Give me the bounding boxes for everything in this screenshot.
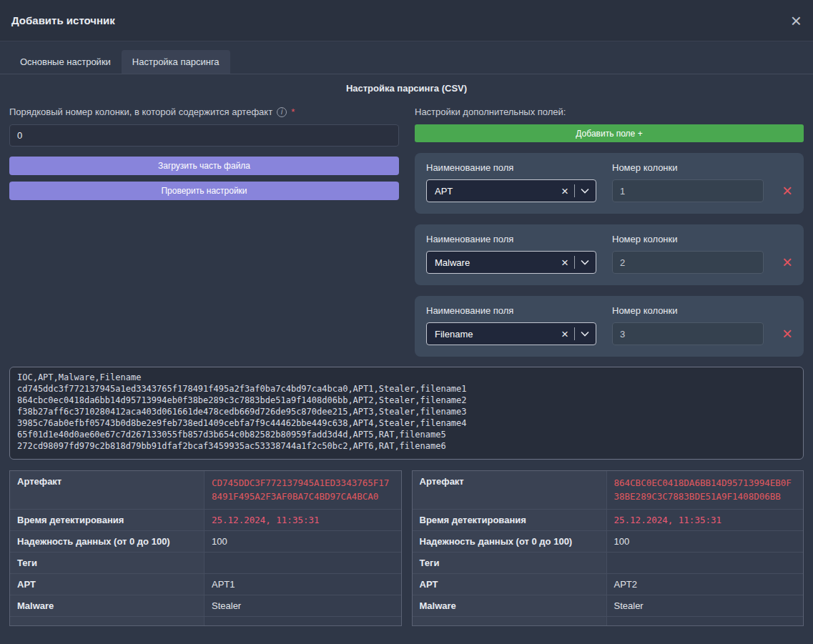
artifact-value: 864CBC0EC0418DA6BB14D95713994EB0F38BE289… <box>607 471 804 509</box>
table-row: Теги <box>10 553 401 574</box>
column-number-input[interactable] <box>612 251 764 274</box>
row-label: Надежность данных (от 0 до 100) <box>10 531 205 552</box>
field-name-value: APT <box>435 186 556 197</box>
remove-field-icon[interactable]: × <box>782 179 792 202</box>
field-card: Наименование поля Filename × Номер колон… <box>415 296 804 357</box>
tab-bar: Основные настройки Настройка парсинга <box>0 41 813 74</box>
row-label: Malware <box>10 595 205 616</box>
field-name-group: Наименование поля APT × <box>426 162 596 202</box>
malware-value: Stealer <box>607 595 804 616</box>
additional-fields-label: Настройки дополнительных полей: <box>415 106 804 117</box>
csv-preview[interactable]: IOC,APT,Malware,Filename cd745ddc3f77213… <box>9 367 804 460</box>
field-name-group: Наименование поля Filename × <box>426 305 596 345</box>
row-label: APT <box>10 574 205 595</box>
table-row: Теги <box>413 553 804 574</box>
select-divider <box>574 256 575 269</box>
add-source-modal: Добавить источник × Основные настройки Н… <box>0 0 813 644</box>
modal-header: Добавить источник × <box>0 0 813 41</box>
remove-field-icon[interactable]: × <box>782 251 792 274</box>
table-row: Malware Stealer <box>10 595 401 617</box>
tags-value <box>607 553 804 573</box>
additional-fields-section: Настройки дополнительных полей: Добавить… <box>415 102 804 357</box>
table-row: Время детектирования 25.12.2024, 11:35:3… <box>413 510 804 531</box>
clear-icon[interactable]: × <box>561 328 568 340</box>
chevron-down-icon[interactable] <box>581 259 589 265</box>
row-label: Время детектирования <box>10 510 205 530</box>
row-value <box>205 617 401 625</box>
field-name-label: Наименование поля <box>426 305 596 316</box>
field-column-label: Номер колонки <box>612 305 764 316</box>
row-label: Артефакт <box>10 471 205 509</box>
settings-content: Порядковый номер колонки, в которой соде… <box>0 95 813 357</box>
row-label: Malware <box>413 595 607 616</box>
field-column-group: Номер колонки <box>612 305 764 345</box>
table-row: Надежность данных (от 0 до 100) 100 <box>413 531 804 553</box>
row-label: APT <box>413 574 607 595</box>
column-number-input[interactable] <box>612 179 764 202</box>
load-file-part-button[interactable]: Загрузить часть файла <box>9 157 399 175</box>
clear-icon[interactable]: × <box>561 257 568 269</box>
modal-title: Добавить источник <box>11 14 115 26</box>
field-card: Наименование поля Malware × Номер колонк… <box>415 224 804 285</box>
chevron-down-icon[interactable] <box>581 331 589 337</box>
malware-value: Stealer <box>205 595 401 616</box>
required-asterisk: * <box>291 106 295 117</box>
column-number-input[interactable] <box>612 322 764 345</box>
section-title: Настройка парсинга (CSV) <box>0 74 813 95</box>
artifact-column-label-row: Порядковый номер колонки, в которой соде… <box>9 106 399 117</box>
field-column-label: Номер колонки <box>612 234 764 244</box>
row-label: Теги <box>10 553 205 573</box>
detect-time-value: 25.12.2024, 11:35:31 <box>205 510 401 530</box>
row-value <box>607 617 804 625</box>
artifact-column-label: Порядковый номер колонки, в которой соде… <box>9 106 272 117</box>
tab-basic-settings[interactable]: Основные настройки <box>9 50 122 74</box>
table-row: APT APT2 <box>413 574 804 595</box>
row-label <box>413 617 607 625</box>
apt-value: APT2 <box>607 574 804 595</box>
table-row: Артефакт CD745DDC3F772137945A1ED3343765F… <box>10 471 401 510</box>
field-name-group: Наименование поля Malware × <box>426 234 596 274</box>
table-row: Артефакт 864CBC0EC0418DA6BB14D95713994EB… <box>413 471 804 510</box>
reliability-value: 100 <box>607 531 804 552</box>
info-icon[interactable]: i <box>277 107 287 117</box>
row-label: Теги <box>413 553 607 573</box>
field-name-value: Malware <box>435 257 556 268</box>
field-name-label: Наименование поля <box>426 234 596 244</box>
select-divider <box>574 327 575 340</box>
result-table: Артефакт 864CBC0EC0418DA6BB14D95713994EB… <box>412 470 804 626</box>
field-name-value: Filename <box>435 329 556 340</box>
row-label <box>10 617 205 625</box>
result-table: Артефакт CD745DDC3F772137945A1ED3343765F… <box>9 470 402 626</box>
add-field-button[interactable]: Добавить поле + <box>415 124 804 142</box>
artifact-column-section: Порядковый номер колонки, в которой соде… <box>9 102 399 200</box>
detect-time-value: 25.12.2024, 11:35:31 <box>607 510 804 530</box>
check-settings-button[interactable]: Проверить настройки <box>9 182 399 200</box>
field-name-select[interactable]: APT × <box>426 179 596 202</box>
field-name-select[interactable]: Filename × <box>426 322 596 345</box>
table-row: Время детектирования 25.12.2024, 11:35:3… <box>10 510 401 531</box>
field-card: Наименование поля APT × Номер колонки × <box>415 153 804 214</box>
remove-field-icon[interactable]: × <box>782 322 792 345</box>
reliability-value: 100 <box>205 531 401 552</box>
chevron-down-icon[interactable] <box>581 188 589 194</box>
tab-parsing-settings[interactable]: Настройка парсинга <box>122 50 230 74</box>
table-row: Malware Stealer <box>413 595 804 617</box>
row-label: Надежность данных (от 0 до 100) <box>413 531 607 552</box>
tags-value <box>205 553 401 573</box>
apt-value: APT1 <box>205 574 401 595</box>
table-row: Надежность данных (от 0 до 100) 100 <box>10 531 401 553</box>
close-icon[interactable]: × <box>791 11 802 30</box>
clear-icon[interactable]: × <box>561 185 568 197</box>
table-row-clipped <box>413 617 804 625</box>
field-name-select[interactable]: Malware × <box>426 251 596 274</box>
table-row-clipped <box>10 617 401 625</box>
table-row: APT APT1 <box>10 574 401 595</box>
select-divider <box>574 184 575 197</box>
field-column-group: Номер колонки <box>612 162 764 202</box>
field-name-label: Наименование поля <box>426 162 596 173</box>
field-column-label: Номер колонки <box>612 162 764 173</box>
row-label: Время детектирования <box>413 510 607 530</box>
row-label: Артефакт <box>413 471 607 509</box>
parse-results: Артефакт CD745DDC3F772137945A1ED3343765F… <box>9 470 804 626</box>
artifact-column-input[interactable] <box>9 124 399 147</box>
